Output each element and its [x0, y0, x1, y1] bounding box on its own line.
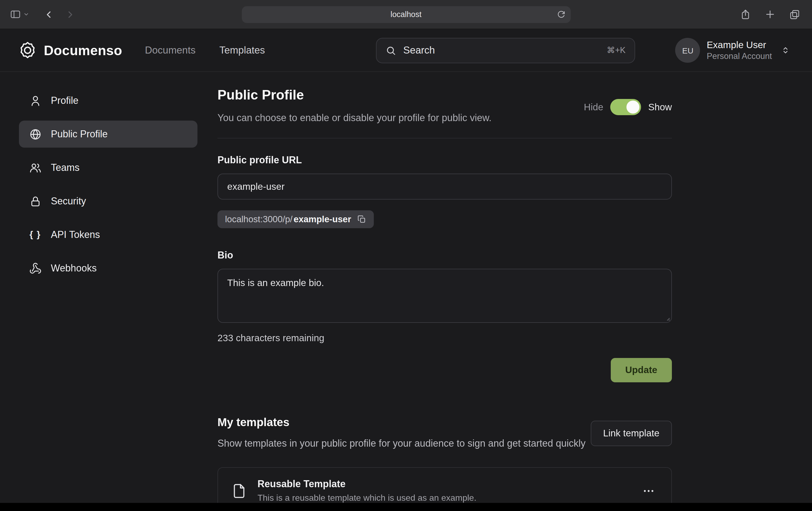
reload-icon[interactable]: [557, 10, 565, 19]
copy-icon: [357, 215, 366, 224]
forward-icon[interactable]: [65, 9, 76, 20]
browser-window-controls: [740, 9, 812, 20]
characters-remaining: 233 characters remaining: [218, 333, 672, 344]
hide-label: Hide: [584, 101, 603, 113]
braces-icon: { }: [29, 229, 42, 240]
toggle-knob: [627, 100, 639, 114]
sidebar-item-profile[interactable]: Profile: [19, 87, 198, 114]
search-icon: [386, 45, 396, 55]
brand-name: Documenso: [44, 42, 122, 58]
search-placeholder: Search: [403, 44, 435, 56]
lock-icon: [29, 195, 42, 207]
sidebar-toggle-icon[interactable]: [10, 9, 21, 20]
profile-visibility-control: Hide Show: [584, 99, 672, 115]
copy-profile-url-button[interactable]: localhost:3000/p/ example-user: [218, 210, 374, 228]
public-profile-content: Public Profile You can choose to enable …: [218, 87, 672, 511]
nav-templates[interactable]: Templates: [220, 44, 265, 56]
bio-textarea[interactable]: This is an example bio.: [218, 269, 672, 323]
sidebar-item-security[interactable]: Security: [19, 188, 198, 215]
chevrons-up-down-icon: [781, 46, 790, 55]
account-menu[interactable]: EU Example User Personal Account: [675, 38, 790, 63]
sidebar-item-webhooks[interactable]: Webhooks: [19, 255, 198, 282]
app-header: Documenso Documents Templates Search ⌘+K…: [0, 29, 812, 72]
avatar: EU: [675, 38, 700, 63]
search-shortcut: ⌘+K: [607, 46, 626, 55]
tab-overview-icon[interactable]: [789, 9, 800, 20]
more-options-icon[interactable]: [639, 481, 658, 501]
toolbar-chevron-down-icon[interactable]: [23, 11, 29, 17]
address-bar[interactable]: localhost: [241, 6, 571, 23]
file-icon: [231, 483, 247, 499]
sidebar-item-api-tokens[interactable]: { } API Tokens: [19, 221, 198, 248]
settings-sidebar: Profile Public Profile Teams Security: [19, 87, 198, 511]
template-name: Reusable Template: [258, 479, 476, 490]
browser-toolbar: localhost: [0, 0, 812, 29]
account-type: Personal Account: [707, 51, 772, 62]
browser-nav-controls: [0, 9, 76, 20]
user-name: Example User: [707, 39, 772, 51]
search-button[interactable]: Search ⌘+K: [376, 37, 635, 63]
user-icon: [29, 94, 42, 107]
page-title: Public Profile: [218, 87, 491, 103]
bio-label: Bio: [218, 250, 672, 261]
show-label: Show: [648, 101, 672, 113]
templates-title: My templates: [218, 416, 586, 429]
my-templates-section: My templates Show templates in your publ…: [218, 416, 672, 511]
settings-page: Profile Public Profile Teams Security: [0, 72, 812, 511]
divider: [218, 138, 672, 139]
resize-handle-icon[interactable]: [664, 315, 670, 321]
profile-url-slug: example-user: [294, 214, 351, 224]
update-row: Update: [218, 358, 672, 382]
profile-url-prefix: localhost:3000/p/: [225, 214, 293, 224]
template-description: This is a reusable template which is use…: [258, 493, 476, 503]
documenso-logo-icon: [19, 41, 37, 59]
bio-field-wrap: This is an example bio.: [218, 269, 672, 323]
screen: localhost Documenso Documents: [0, 0, 812, 511]
nav-documents[interactable]: Documents: [145, 44, 196, 56]
main-nav: Documents Templates: [145, 44, 265, 56]
visibility-toggle[interactable]: [610, 99, 641, 115]
back-icon[interactable]: [43, 9, 54, 20]
profile-url-input[interactable]: [218, 174, 672, 200]
globe-icon: [29, 128, 42, 140]
update-button[interactable]: Update: [610, 358, 672, 382]
templates-head: My templates Show templates in your publ…: [218, 416, 672, 451]
brand[interactable]: Documenso: [19, 41, 122, 59]
users-icon: [29, 161, 42, 174]
sidebar-item-public-profile[interactable]: Public Profile: [19, 121, 198, 148]
window-bottom-edge: [0, 503, 812, 511]
new-tab-icon[interactable]: [765, 9, 775, 20]
share-icon[interactable]: [740, 9, 751, 20]
webhook-icon: [29, 262, 42, 274]
profile-url-label: Public profile URL: [218, 155, 672, 166]
page-subtitle: You can choose to enable or disable your…: [218, 113, 491, 124]
link-template-button[interactable]: Link template: [591, 421, 672, 446]
templates-description: Show templates in your public profile fo…: [218, 437, 586, 451]
url-text: localhost: [390, 10, 422, 19]
sidebar-item-teams[interactable]: Teams: [19, 154, 198, 181]
page-head: Public Profile You can choose to enable …: [218, 87, 672, 124]
